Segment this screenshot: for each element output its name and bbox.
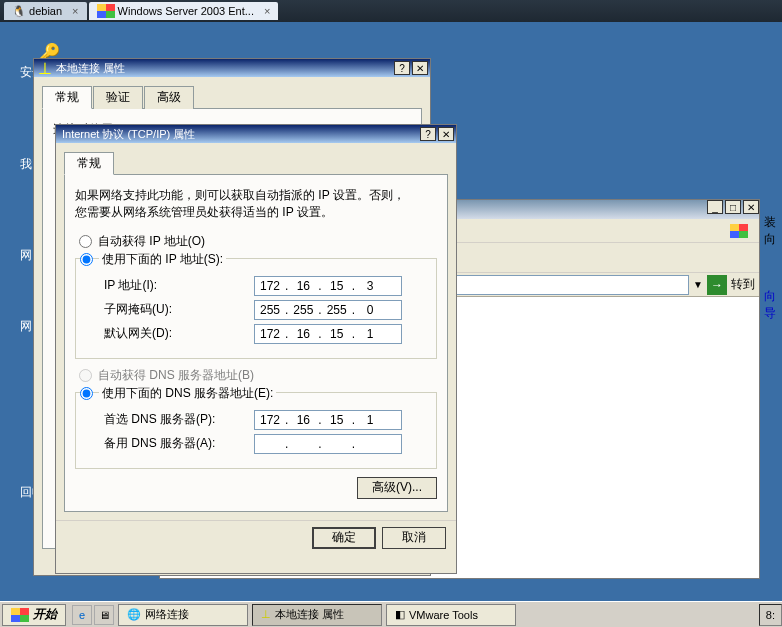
- radio-static-dns[interactable]: 使用下面的 DNS 服务器地址(E):: [80, 385, 426, 402]
- gateway-row: 默认网关(D): . . .: [104, 324, 426, 344]
- go-button[interactable]: →: [707, 275, 727, 295]
- dns1-row: 首选 DNS 服务器(P): . . .: [104, 410, 426, 430]
- task-label: 网络连接: [145, 607, 189, 622]
- subnet-mask-input[interactable]: . . .: [254, 300, 402, 320]
- ip-octet[interactable]: [255, 413, 285, 427]
- window-title: 本地连接 属性: [52, 61, 392, 76]
- ip-octet[interactable]: [255, 279, 285, 293]
- radio-input[interactable]: [80, 387, 93, 400]
- radio-auto-dns: 自动获得 DNS 服务器地址(B): [79, 367, 437, 384]
- quick-launch: e 🖥: [72, 605, 114, 625]
- ip-octet[interactable]: [322, 413, 352, 427]
- ip-octet[interactable]: [355, 327, 385, 341]
- ie-icon[interactable]: e: [72, 605, 92, 625]
- vm-tab-label: debian: [29, 5, 62, 17]
- vm-host-tabs: 🐧 debian × Windows Server 2003 Ent... ×: [0, 0, 782, 22]
- ip-octet[interactable]: [322, 437, 352, 451]
- description-text: 如果网络支持此功能，则可以获取自动指派的 IP 设置。否则， 您需要从网络系统管…: [75, 187, 437, 221]
- cancel-button[interactable]: 取消: [382, 527, 446, 549]
- vm-tab-debian[interactable]: 🐧 debian ×: [4, 2, 87, 20]
- dropdown-icon[interactable]: ▼: [693, 279, 703, 290]
- tabs: 常规 验证 高级: [42, 85, 422, 109]
- tab-general[interactable]: 常规: [64, 152, 114, 175]
- desktop-icon[interactable]: 🖥: [94, 605, 114, 625]
- ip-octet[interactable]: [288, 413, 318, 427]
- ip-octet[interactable]: [355, 303, 385, 317]
- radio-static-ip[interactable]: 使用下面的 IP 地址(S):: [80, 251, 426, 268]
- titlebar[interactable]: Internet 协议 (TCP/IP) 属性 ? ✕: [56, 125, 456, 143]
- mask-row: 子网掩码(U): . . .: [104, 300, 426, 320]
- minimize-button[interactable]: _: [707, 200, 723, 214]
- wizard-text: 装向: [764, 214, 782, 248]
- clock[interactable]: 8:: [766, 609, 775, 621]
- truncated-label: 网: [20, 247, 32, 264]
- radio-label: 自动获得 DNS 服务器地址(B): [98, 367, 254, 384]
- ip-octet[interactable]: [288, 327, 318, 341]
- ip-address-input[interactable]: . . .: [254, 276, 402, 296]
- static-dns-group: 使用下面的 DNS 服务器地址(E): 首选 DNS 服务器(P): . . .…: [75, 392, 437, 469]
- maximize-button[interactable]: □: [725, 200, 741, 214]
- ip-octet[interactable]: [255, 437, 285, 451]
- ok-button[interactable]: 确定: [312, 527, 376, 549]
- windows-icon: [11, 608, 29, 622]
- ip-octet[interactable]: [355, 437, 385, 451]
- tab-general[interactable]: 常规: [42, 86, 92, 109]
- alternate-dns-input[interactable]: . . .: [254, 434, 402, 454]
- radio-label: 使用下面的 DNS 服务器地址(E):: [99, 385, 276, 402]
- windows-icon: [97, 4, 115, 18]
- ip-octet[interactable]: [288, 437, 318, 451]
- taskbar-local-conn[interactable]: ⊥ 本地连接 属性: [252, 604, 382, 626]
- gateway-label: 默认网关(D):: [104, 325, 254, 342]
- ip-octet[interactable]: [355, 279, 385, 293]
- close-button[interactable]: ✕: [743, 200, 759, 214]
- ip-label: IP 地址(I):: [104, 277, 254, 294]
- close-icon[interactable]: ×: [72, 5, 78, 17]
- taskbar: 开始 e 🖥 🌐 网络连接 ⊥ 本地连接 属性 ◧ VMware Tools 8…: [0, 601, 782, 627]
- tcpip-properties-dialog: Internet 协议 (TCP/IP) 属性 ? ✕ 常规 如果网络支持此功能…: [55, 124, 457, 574]
- radio-auto-ip[interactable]: 自动获得 IP 地址(O): [79, 233, 437, 250]
- close-icon[interactable]: ×: [264, 5, 270, 17]
- tabs: 常规: [64, 151, 448, 175]
- tab-advanced[interactable]: 高级: [144, 86, 194, 109]
- linux-icon: 🐧: [12, 5, 26, 18]
- truncated-label: 我: [20, 156, 32, 173]
- ip-octet[interactable]: [255, 303, 285, 317]
- ip-octet[interactable]: [322, 303, 352, 317]
- help-button[interactable]: ?: [394, 61, 410, 75]
- taskbar-netconn[interactable]: 🌐 网络连接: [118, 604, 248, 626]
- ip-octet[interactable]: [355, 413, 385, 427]
- ip-octet[interactable]: [255, 327, 285, 341]
- wizard-text: 向导: [764, 288, 782, 322]
- ip-octet[interactable]: [322, 327, 352, 341]
- vmware-icon: ◧: [395, 608, 405, 621]
- network-icon: 🌐: [127, 608, 141, 621]
- advanced-button[interactable]: 高级(V)...: [357, 477, 437, 499]
- truncated-label: 网: [20, 318, 32, 335]
- radio-input[interactable]: [79, 235, 92, 248]
- go-label: 转到: [731, 276, 755, 293]
- ip-octet[interactable]: [322, 279, 352, 293]
- dialog-title: Internet 协议 (TCP/IP) 属性: [58, 127, 418, 142]
- dns1-label: 首选 DNS 服务器(P):: [104, 411, 254, 428]
- dns2-label: 备用 DNS 服务器(A):: [104, 435, 254, 452]
- vm-tab-windows[interactable]: Windows Server 2003 Ent... ×: [89, 2, 279, 20]
- gateway-input[interactable]: . . .: [254, 324, 402, 344]
- start-label: 开始: [33, 606, 57, 623]
- dns2-row: 备用 DNS 服务器(A): . . .: [104, 434, 426, 454]
- help-button[interactable]: ?: [420, 127, 436, 141]
- system-tray: 8:: [759, 604, 782, 626]
- tab-auth[interactable]: 验证: [93, 86, 143, 109]
- titlebar[interactable]: ⊥ 本地连接 属性 ? ✕: [34, 59, 430, 77]
- taskbar-vmware[interactable]: ◧ VMware Tools: [386, 604, 516, 626]
- close-button[interactable]: ✕: [412, 61, 428, 75]
- radio-input[interactable]: [80, 253, 93, 266]
- ip-row: IP 地址(I): . . .: [104, 276, 426, 296]
- close-button[interactable]: ✕: [438, 127, 454, 141]
- task-label: VMware Tools: [409, 609, 478, 621]
- ip-octet[interactable]: [288, 303, 318, 317]
- start-button[interactable]: 开始: [2, 604, 66, 626]
- radio-label: 使用下面的 IP 地址(S):: [99, 251, 226, 268]
- vm-tab-label: Windows Server 2003 Ent...: [118, 5, 254, 17]
- ip-octet[interactable]: [288, 279, 318, 293]
- preferred-dns-input[interactable]: . . .: [254, 410, 402, 430]
